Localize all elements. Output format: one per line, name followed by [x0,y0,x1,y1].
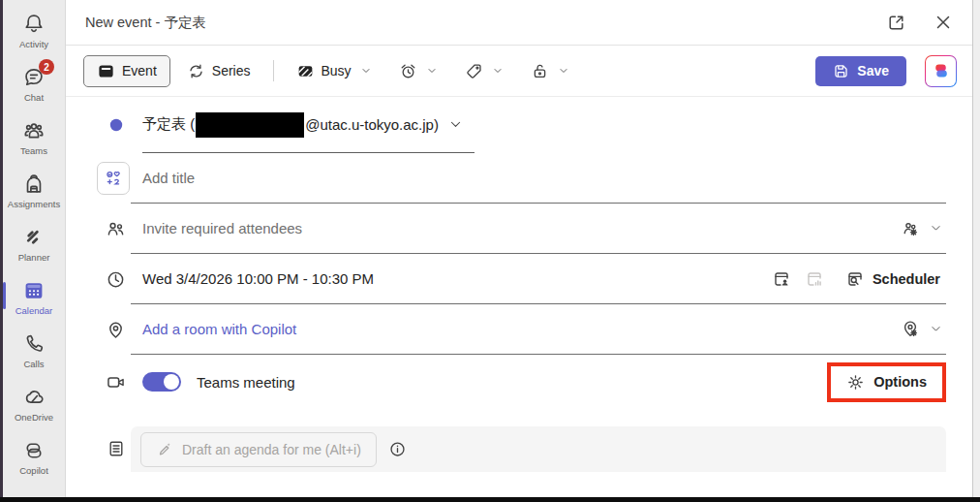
location-settings-icon [901,320,920,339]
gear-icon [846,373,865,392]
chevron-down-icon [426,65,438,77]
meeting-options-button[interactable]: Options [827,362,946,402]
sidebar-item-label: Copilot [19,465,48,476]
series-tab-button[interactable]: Series [176,55,261,87]
options-label: Options [873,374,927,390]
calendar-person-icon [772,269,791,289]
title-input[interactable]: Add title [131,153,946,204]
info-icon[interactable] [388,440,407,458]
bell-icon [22,13,46,36]
attendee-options-button[interactable] [897,215,924,242]
backpack-icon [22,173,46,196]
copilot-logo-icon [932,61,951,80]
dialog-title: New event - 予定表 [85,14,206,32]
sidebar-item-label: Activity [19,39,48,49]
sidebar-item-label: Planner [18,252,50,263]
room-row: Add a room with Copilot [66,304,972,355]
pen-sparkle-icon [156,441,173,458]
title-placeholder: Add title [142,170,195,186]
time-insights-button [801,266,828,293]
sensitivity-button[interactable] [520,55,580,87]
datetime-value: Wed 3/4/2026 10:00 PM - 10:30 PM [142,270,374,287]
sidebar-item-planner[interactable]: Planner [3,217,65,270]
sidebar-item-label: OneDrive [15,412,53,423]
emoji-add-icon [104,169,123,188]
people-icon [106,219,126,239]
chevron-down-icon [492,65,504,77]
sidebar-item-calls[interactable]: Calls [3,324,65,377]
scheduler-button[interactable]: Scheduler [843,266,942,293]
calendar-search-icon [845,269,865,289]
popout-icon[interactable] [886,13,906,33]
sidebar-item-label: Chat [24,92,44,103]
planner-icon [22,226,46,249]
toggle-knob [164,374,179,390]
attendees-placeholder: Invite required attendees [142,220,302,236]
screen-bottom-edge [0,497,980,502]
reminder-button[interactable] [388,55,448,87]
calendar-select[interactable]: 予定表 (@utac.u-tokyo.ac.jp) [142,97,475,153]
sidebar-item-activity[interactable]: Activity [3,4,65,57]
copilot-button[interactable] [925,55,957,87]
tag-icon [465,62,483,80]
close-icon[interactable] [934,13,953,32]
draft-agenda-button[interactable]: Draft an agenda for me (Alt+i) [140,432,377,467]
chat-unread-badge: 2 [39,59,54,75]
people-settings-icon [901,219,920,238]
lock-open-icon [531,62,549,80]
camera-icon [106,372,126,392]
save-label: Save [857,63,889,78]
attendees-row: Invite required attendees [66,204,972,254]
save-button[interactable]: Save [815,56,906,86]
phone-icon [22,332,46,356]
sidebar-item-onedrive[interactable]: OneDrive [3,377,65,430]
repeat-icon [187,62,205,80]
sidebar-item-label: Teams [20,145,47,156]
calendar-icon [22,279,46,302]
calendar-chart-icon [805,269,824,289]
sidebar-item-chat[interactable]: 2 Chat [3,57,65,110]
event-tab-button[interactable]: Event [83,55,170,87]
room-input[interactable]: Add a room with Copilot [131,304,946,355]
save-icon [833,63,849,79]
location-options-button[interactable] [897,316,924,343]
dialog-titlebar: New event - 予定表 [66,0,972,46]
event-icon [97,62,115,80]
calendar-color-dot [109,118,123,132]
title-row: Add title [66,153,972,204]
attendees-input[interactable]: Invite required attendees [131,204,946,254]
description-editor-body[interactable] [166,477,946,492]
scheduler-label: Scheduler [873,271,940,287]
busy-icon [296,62,315,80]
emoji-add-button[interactable] [97,162,130,195]
datetime-row: Wed 3/4/2026 10:00 PM - 10:30 PM Schedul… [66,254,972,304]
chevron-down-icon [448,117,463,132]
teams-meeting-toggle[interactable] [142,372,181,392]
category-button[interactable] [454,55,514,87]
sidebar-item-assignments[interactable]: Assignments [3,164,65,217]
chevron-down-icon[interactable] [930,222,942,235]
redacted-email [196,112,304,138]
description-section: Draft an agenda for me (Alt+i) [66,426,972,472]
busy-label: Busy [322,63,352,78]
sidebar-item-copilot[interactable]: Copilot [3,430,65,484]
new-event-dialog: New event - 予定表 Event Series Busy [65,0,972,497]
sidebar-item-label: Calendar [15,305,53,316]
chevron-down-icon [558,65,569,77]
sidebar-item-calendar[interactable]: Calendar [3,270,65,324]
clock-icon [106,269,126,290]
suggested-times-button[interactable] [768,266,795,293]
show-as-busy-button[interactable]: Busy [286,55,383,87]
sidebar-item-label: Assignments [8,199,60,209]
datetime-field[interactable]: Wed 3/4/2026 10:00 PM - 10:30 PM Schedul… [131,254,946,304]
copilot-icon [22,439,46,462]
calendar-select-value: 予定表 (@utac.u-tokyo.ac.jp) [142,112,439,138]
location-icon [106,320,126,340]
event-tab-label: Event [122,63,157,78]
onedrive-cloud-icon [22,386,46,409]
teams-meeting-row: Teams meeting Options [66,355,972,409]
chevron-down-icon[interactable] [930,323,942,335]
desktop-background-strip [972,0,980,497]
sidebar-item-teams[interactable]: Teams [3,110,65,164]
event-toolbar: Event Series Busy Save [66,46,972,97]
